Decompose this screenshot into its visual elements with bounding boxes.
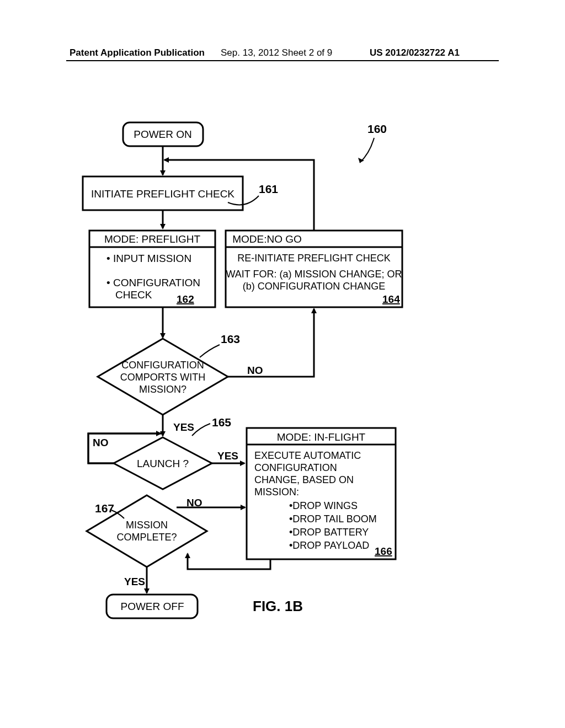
- flowchart: POWER ON 160 INITIATE PREFLIGHT CHECK 16…: [0, 0, 565, 728]
- pointer-165: [192, 424, 210, 436]
- preflight-l2: • CONFIGURATION: [106, 277, 200, 288]
- config-l3: MISSION?: [139, 384, 186, 395]
- preflight-l3: CHECK: [115, 289, 152, 301]
- inflight-l2: CONFIGURATION: [254, 462, 337, 473]
- pointer-160: [360, 138, 374, 163]
- inflight-b4: •DROP PAYLOAD: [289, 540, 369, 551]
- inflight-b2: •DROP TAIL BOOM: [289, 513, 377, 524]
- pointer-163: [200, 345, 220, 357]
- config-l2: COMPORTS WITH: [120, 372, 206, 383]
- ref-163: 163: [221, 333, 240, 345]
- edge-config-yes-label: YES: [173, 421, 194, 433]
- inflight-l4: MISSION:: [254, 486, 299, 497]
- inflight-b3: •DROP BATTERY: [289, 527, 369, 538]
- ref-165: 165: [212, 416, 231, 429]
- ref-166: 166: [375, 545, 392, 557]
- power-off-text: POWER OFF: [120, 601, 184, 612]
- edge-config-no: [228, 309, 314, 377]
- nogo-l1: RE-INITIATE PREFLIGHT CHECK: [237, 253, 390, 264]
- nogo-l3: (b) CONFIGURATION CHANGE: [243, 281, 386, 292]
- ref-161: 161: [259, 183, 278, 195]
- inflight-l3: CHANGE, BASED ON: [254, 474, 354, 485]
- inflight-l1: EXECUTE AUTOMATIC: [254, 450, 361, 461]
- preflight-l1: • INPUT MISSION: [106, 253, 191, 264]
- figure-caption: FIG. 1B: [253, 598, 303, 614]
- nogo-title: MODE:NO GO: [232, 233, 302, 245]
- nogo-l2: WAIT FOR: (a) MISSION CHANGE; OR: [226, 269, 402, 280]
- ref-167: 167: [95, 502, 114, 515]
- mission-l1: MISSION: [126, 520, 168, 531]
- initiate-text: INITIATE PREFLIGHT CHECK: [91, 188, 234, 200]
- preflight-title: MODE: PREFLIGHT: [104, 233, 201, 245]
- ref-164: 164: [382, 293, 400, 305]
- edge-launch-no-label: NO: [93, 437, 109, 448]
- inflight-title: MODE: IN-FLIGHT: [277, 431, 366, 443]
- ref-160: 160: [367, 122, 387, 135]
- ref-162: 162: [177, 293, 194, 305]
- launch-text: LAUNCH ?: [137, 458, 189, 469]
- edge-launch-yes-label: YES: [217, 450, 238, 462]
- config-l1: CONFIGURATION: [121, 360, 204, 371]
- page-root: Patent Application Publication Sep. 13, …: [0, 0, 565, 728]
- mission-l2: COMPLETE?: [116, 532, 177, 543]
- edge-mission-yes-label: YES: [124, 576, 145, 587]
- power-on-text: POWER ON: [134, 129, 192, 140]
- edge-config-no-label: NO: [247, 365, 263, 376]
- inflight-b1: •DROP WINGS: [289, 500, 358, 511]
